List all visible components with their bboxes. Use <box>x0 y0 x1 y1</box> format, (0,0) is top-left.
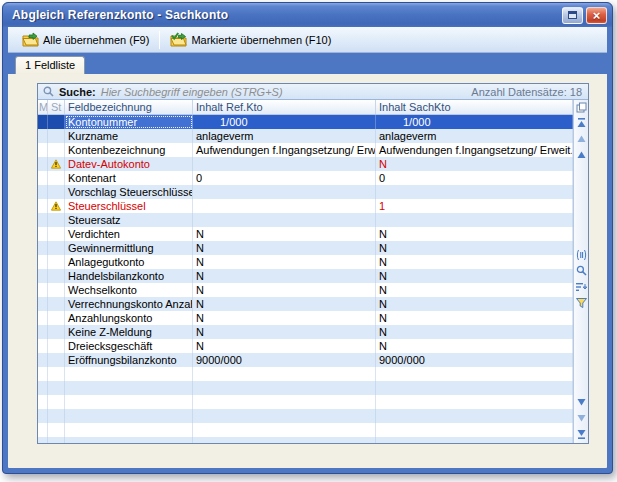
cell-field-name[interactable]: Anlagegutkonto <box>65 255 193 269</box>
cell-marked[interactable] <box>38 213 48 227</box>
table-row[interactable]: Steuerschlüssel1 <box>38 199 573 213</box>
table-row[interactable]: Eröffnungsbilanzkonto9000/0009000/000 <box>38 353 573 367</box>
cell-ref-value[interactable]: N <box>193 269 376 283</box>
cell-ref-value[interactable]: Aufwendungen f.Ingangsetzung/ Erweit.d.G… <box>193 143 376 157</box>
cell-ref-value[interactable] <box>193 213 376 227</box>
cell-field-name[interactable]: Kontonummer <box>65 115 193 129</box>
cell-field-name[interactable]: Verrechnungskonto Anzahlung <box>65 297 193 311</box>
cell-ref-value[interactable]: N <box>193 311 376 325</box>
cell-sach-value[interactable]: N <box>376 255 573 269</box>
cell-marked[interactable] <box>38 339 48 353</box>
cell-sach-value[interactable]: Aufwendungen f.Ingangsetzung/ Erweit.d.G… <box>376 143 573 157</box>
cell-field-name[interactable]: Keine Z-Meldung <box>65 325 193 339</box>
search-icon[interactable] <box>575 265 588 277</box>
cell-field-name[interactable]: Handelsbilanzkonto <box>65 269 193 283</box>
cell-field-name[interactable]: Kontenbezeichnung <box>65 143 193 157</box>
cell-ref-value[interactable]: N <box>193 297 376 311</box>
cell-sach-value[interactable]: N <box>376 269 573 283</box>
cell-sach-value[interactable] <box>376 213 573 227</box>
apply-marked-button[interactable]: Markierte übernehmen (F10) <box>163 29 338 51</box>
cell-field-name[interactable]: Vorschlag Steuerschlüssel <box>65 185 193 199</box>
close-button[interactable]: × <box>586 7 607 24</box>
page-up-icon[interactable] <box>575 133 588 145</box>
header-status[interactable]: St <box>48 100 65 114</box>
cell-ref-value[interactable] <box>193 199 376 213</box>
table-row[interactable]: HandelsbilanzkontoNN <box>38 269 573 283</box>
table-row[interactable]: AnlagegutkontoNN <box>38 255 573 269</box>
table-row[interactable]: Vorschlag Steuerschlüssel <box>38 185 573 199</box>
cell-sach-value[interactable]: 9000/000 <box>376 353 573 367</box>
table-row[interactable]: Steuersatz <box>38 213 573 227</box>
cell-field-name[interactable]: Eröffnungsbilanzkonto <box>65 353 193 367</box>
page-down-icon[interactable] <box>575 412 588 424</box>
cell-ref-value[interactable]: N <box>193 325 376 339</box>
goto-record-icon[interactable] <box>575 249 588 261</box>
cell-marked[interactable] <box>38 311 48 325</box>
cell-field-name[interactable]: Anzahlungskonto <box>65 311 193 325</box>
cell-marked[interactable] <box>38 129 48 143</box>
row-up-icon[interactable] <box>575 149 588 161</box>
table-row[interactable]: Datev-AutokontoN <box>38 157 573 171</box>
cell-marked[interactable] <box>38 185 48 199</box>
cell-field-name[interactable]: Kontenart <box>65 171 193 185</box>
cell-field-name[interactable]: Dreiecksgeschäft <box>65 339 193 353</box>
cell-ref-value[interactable]: N <box>193 283 376 297</box>
cell-sach-value[interactable]: N <box>376 339 573 353</box>
cell-ref-value[interactable] <box>193 157 376 171</box>
cell-ref-value[interactable]: 1/000 <box>193 115 376 129</box>
table-row[interactable]: Kontonummer1/0001/000 <box>38 115 573 129</box>
tab-feldliste[interactable]: 1 Feldliste <box>15 56 85 74</box>
header-ref-kto[interactable]: Inhalt Ref.Kto <box>193 100 376 114</box>
apply-all-button[interactable]: Alle übernehmen (F9) <box>15 29 156 51</box>
cell-sach-value[interactable]: N <box>376 325 573 339</box>
cell-field-name[interactable]: Kurzname <box>65 129 193 143</box>
table-row[interactable]: AnzahlungskontoNN <box>38 311 573 325</box>
copy-icon[interactable] <box>574 100 588 115</box>
table-row[interactable]: KontenbezeichnungAufwendungen f.Ingangse… <box>38 143 573 157</box>
cell-marked[interactable] <box>38 255 48 269</box>
sort-icon[interactable] <box>575 281 588 293</box>
cell-field-name[interactable]: Gewinnermittlung <box>65 241 193 255</box>
header-marked[interactable]: M <box>38 100 48 114</box>
cell-sach-value[interactable]: N <box>376 297 573 311</box>
cell-ref-value[interactable]: N <box>193 227 376 241</box>
cell-ref-value[interactable]: 9000/000 <box>193 353 376 367</box>
table-row[interactable]: Keine Z-MeldungNN <box>38 325 573 339</box>
cell-ref-value[interactable]: N <box>193 339 376 353</box>
cell-field-name[interactable]: Datev-Autokonto <box>65 157 193 171</box>
table-row[interactable]: WechselkontoNN <box>38 283 573 297</box>
cell-field-name[interactable]: Wechselkonto <box>65 283 193 297</box>
cell-ref-value[interactable]: N <box>193 255 376 269</box>
table-row[interactable]: GewinnermittlungNN <box>38 241 573 255</box>
cell-marked[interactable] <box>38 325 48 339</box>
table-row[interactable]: DreiecksgeschäftNN <box>38 339 573 353</box>
row-down-icon[interactable] <box>575 396 588 408</box>
cell-marked[interactable] <box>38 241 48 255</box>
grid-scrollbar[interactable] <box>573 100 588 443</box>
table-row[interactable]: Kurznameanlagevermanlageverm <box>38 129 573 143</box>
cell-marked[interactable] <box>38 269 48 283</box>
cell-marked[interactable] <box>38 353 48 367</box>
cell-marked[interactable] <box>38 115 48 129</box>
scroll-top-icon[interactable] <box>575 117 588 129</box>
cell-sach-value[interactable]: anlageverm <box>376 129 573 143</box>
cell-marked[interactable] <box>38 171 48 185</box>
scroll-bottom-icon[interactable] <box>575 428 588 440</box>
restore-button[interactable] <box>562 7 583 24</box>
cell-sach-value[interactable]: N <box>376 241 573 255</box>
cell-sach-value[interactable]: N <box>376 311 573 325</box>
table-row[interactable]: Verrechnungskonto AnzahlungNN <box>38 297 573 311</box>
cell-ref-value[interactable]: anlageverm <box>193 129 376 143</box>
cell-sach-value[interactable]: N <box>376 283 573 297</box>
cell-marked[interactable] <box>38 283 48 297</box>
cell-field-name[interactable]: Steuerschlüssel <box>65 199 193 213</box>
titlebar[interactable]: Abgleich Referenzkonto - Sachkonto × <box>3 3 612 27</box>
cell-sach-value[interactable]: 0 <box>376 171 573 185</box>
cell-field-name[interactable]: Steuersatz <box>65 213 193 227</box>
cell-sach-value[interactable]: 1 <box>376 199 573 213</box>
cell-sach-value[interactable]: N <box>376 227 573 241</box>
cell-ref-value[interactable]: 0 <box>193 171 376 185</box>
cell-sach-value[interactable]: N <box>376 157 573 171</box>
header-field[interactable]: Feldbezeichnung <box>65 100 193 114</box>
cell-sach-value[interactable]: 1/000 <box>376 115 573 129</box>
